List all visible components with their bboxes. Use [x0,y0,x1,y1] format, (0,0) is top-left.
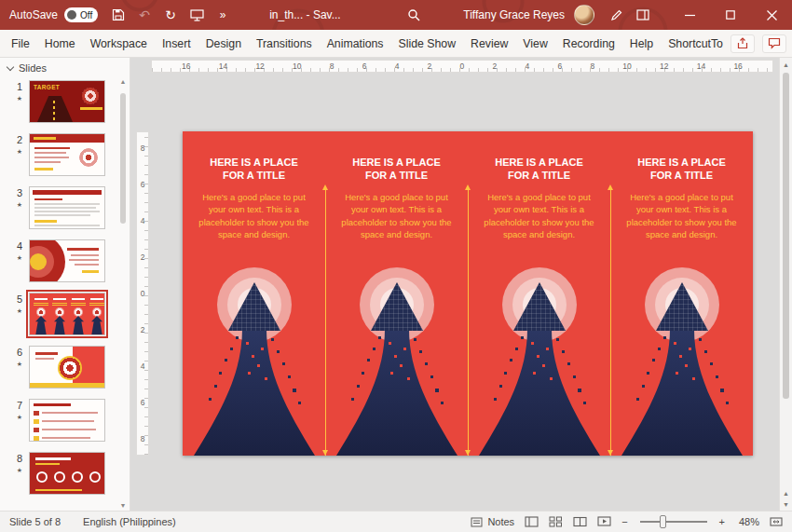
column-body-placeholder[interactable]: Here's a good place to put your own text… [622,191,742,241]
vertical-scrollbar[interactable]: ▲ ▲ ▼ [779,58,792,511]
column-body-placeholder[interactable]: Here's a good place to put your own text… [195,191,314,241]
ribbon-tab-review[interactable]: Review [463,30,515,58]
column-title-placeholder[interactable]: HERE IS A PLACE FOR A TITLE [345,156,449,183]
thumb-decoration [71,302,86,306]
ribbon-tab-insert[interactable]: Insert [155,30,198,58]
thumb-decoration [54,471,65,483]
zoom-slider-knob[interactable] [660,515,666,528]
ruler-number: 6 [362,61,367,71]
slide-thumbnail-row[interactable]: 3★ [0,186,116,229]
previous-slide-icon[interactable]: ▲ [780,490,792,497]
user-name[interactable]: Tiffany Grace Reyes [463,8,565,21]
slide-thumbnail[interactable] [29,133,105,176]
slide-thumbnail-row[interactable]: 8★ [0,452,116,495]
ribbon-display-button[interactable] [630,0,656,30]
ribbon-tab-help[interactable]: Help [622,30,661,58]
divider-line[interactable] [610,189,611,456]
ruler-number: 10 [622,61,631,71]
autosave-toggle[interactable]: Off [64,7,98,22]
slide-thumbnail-row[interactable]: 2★ [0,133,116,176]
ribbon-tab-slide-show[interactable]: Slide Show [391,30,464,58]
ribbon-tab-home[interactable]: Home [37,30,83,58]
ribbon-tab-workspace[interactable]: Workspace [83,30,155,58]
target-arrow-graphic[interactable] [618,262,746,456]
horizontal-ruler[interactable]: 1614121086420246810121416 [151,60,773,73]
next-slide-icon[interactable]: ▼ [780,501,792,508]
minimize-button[interactable] [669,0,710,30]
more-commands-button[interactable]: » [210,0,236,30]
fit-to-window-button[interactable] [770,516,783,527]
column-title-placeholder[interactable]: HERE IS A PLACE FOR A TITLE [487,156,592,183]
zoom-level[interactable]: 48% [735,516,759,527]
search-button[interactable] [401,0,427,30]
ribbon-tab-view[interactable]: View [515,30,554,58]
ribbon-tab-transitions[interactable]: Transitions [249,30,320,58]
slide-column: HERE IS A PLACE FOR A TITLEHere's a good… [468,131,610,456]
column-title-placeholder[interactable]: HERE IS A PLACE FOR A TITLE [630,156,734,183]
zoom-in-button[interactable]: + [719,516,725,527]
panel-scroll-down-icon[interactable]: ▼ [117,502,129,509]
ruler-number: 2 [141,325,145,334]
scroll-up-icon[interactable]: ▲ [780,58,792,68]
column-body-placeholder[interactable]: Here's a good place to put your own text… [337,191,457,241]
slide-sorter-icon [549,516,563,527]
scrollbar-thumb[interactable] [783,73,789,399]
slide-thumbnail[interactable] [29,293,105,335]
reading-view-button[interactable] [573,516,587,527]
slide-thumbnail[interactable] [29,399,105,442]
zoom-out-button[interactable]: − [621,516,627,527]
redo-button[interactable]: ↻ [157,0,184,30]
column-title-placeholder[interactable]: HERE IS A PLACE FOR A TITLE [202,156,307,183]
slide-thumbnail[interactable]: TARGET [29,80,105,123]
slide-indicator[interactable]: Slide 5 of 8 [9,516,61,527]
slide-thumbnail[interactable] [29,346,105,389]
panel-scroll-up-icon[interactable]: ▲ [117,78,129,85]
divider-line[interactable] [468,189,469,456]
target-arrow-graphic[interactable] [475,262,604,456]
ribbon-tab-shortcutto[interactable]: ShortcutTo [661,30,731,58]
notes-button[interactable]: Notes [471,516,514,527]
divider-line[interactable] [325,189,326,456]
user-avatar[interactable] [574,5,594,25]
slide-thumbnail[interactable] [29,452,105,495]
animation-star-icon: ★ [17,254,22,262]
thumb-decoration [42,412,98,414]
slide-thumbnail-row[interactable]: 1★TARGET [0,80,116,123]
panel-scrollbar-thumb[interactable] [120,93,126,224]
ribbon-tab-design[interactable]: Design [198,30,249,58]
target-arrow-graphic[interactable] [190,262,319,456]
comments-button[interactable] [762,34,786,53]
slide-thumbnail[interactable] [29,239,105,282]
slides-panel-header[interactable]: Slides [0,58,130,75]
slide-thumbnail-row[interactable]: 7★ [0,399,116,442]
slide-thumbnail-row[interactable]: 6★ [0,346,116,389]
pen-tool-button[interactable] [604,0,630,30]
close-button[interactable] [751,0,792,30]
save-button[interactable] [105,0,131,30]
slide-thumbnail[interactable] [29,186,105,229]
slide-canvas[interactable]: HERE IS A PLACE FOR A TITLEHere's a good… [183,131,753,456]
slide-thumbnail-row[interactable]: 5★ [0,293,116,335]
ribbon-tab-recording[interactable]: Recording [555,30,622,58]
zoom-slider[interactable] [640,521,707,523]
thumb-decoration [34,436,39,441]
document-title[interactable]: in_th... - Sav... [269,8,340,21]
language-indicator[interactable]: English (Philippines) [83,516,176,527]
maximize-button[interactable] [710,0,751,30]
normal-view-button[interactable] [525,516,539,527]
ribbon-tab-animations[interactable]: Animations [320,30,391,58]
vertical-ruler[interactable]: 864202468 [136,131,149,456]
present-button[interactable] [184,0,210,30]
more-commands-chevron: » [220,8,226,21]
slide-thumbnail-row[interactable]: 4★ [0,239,116,282]
share-button[interactable] [731,34,755,53]
column-body-placeholder[interactable]: Here's a good place to put your own text… [480,191,599,241]
panel-scrollbar[interactable]: ▲ ▼ [117,78,129,509]
target-arrow-graphic[interactable] [333,262,461,456]
ribbon-tab-file[interactable]: File [4,30,37,58]
ruler-number: 8 [141,434,145,443]
slide-sorter-view-button[interactable] [549,516,563,527]
slideshow-view-button[interactable] [597,516,611,527]
undo-button[interactable]: ↶ [131,0,157,30]
thumb-decoration [72,471,83,483]
